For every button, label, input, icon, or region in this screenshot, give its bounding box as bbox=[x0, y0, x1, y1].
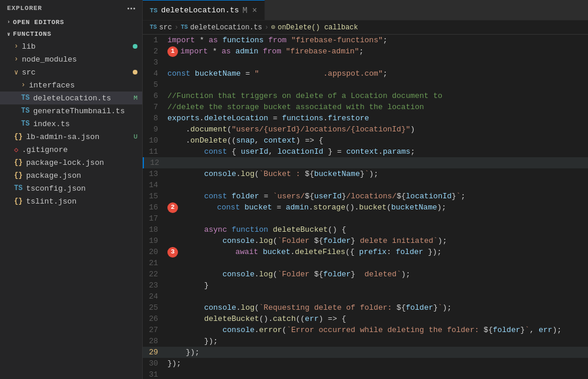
line-number: 12 bbox=[144, 157, 169, 168]
functions-label: Functions bbox=[13, 31, 51, 38]
sidebar-item-lib[interactable]: › lib bbox=[0, 40, 142, 53]
line-number: 9 bbox=[143, 124, 167, 135]
line-number: 28 bbox=[143, 336, 167, 347]
line-content: import * as functions from "firebase-fun… bbox=[167, 35, 588, 46]
sidebar-item-package-lock[interactable]: {} package-lock.json bbox=[0, 156, 142, 169]
sidebar-item-lb-admin[interactable]: {} lb-admin-sa.json U bbox=[0, 130, 142, 143]
sidebar-item-interfaces[interactable]: › interfaces bbox=[0, 79, 142, 92]
line-number: 19 bbox=[143, 235, 167, 246]
sidebar-item-label: .gitignore bbox=[22, 145, 68, 154]
open-editors-section[interactable]: › Open Editors bbox=[0, 16, 142, 28]
ts-file-icon: TS bbox=[14, 184, 22, 192]
line-number: 22 bbox=[143, 269, 167, 280]
sidebar-menu-button[interactable] bbox=[127, 8, 135, 9]
line-number: 1 bbox=[143, 35, 167, 46]
line-number: 6 bbox=[143, 90, 167, 101]
code-line-31: 31 bbox=[143, 369, 588, 379]
line-content: deleteBucket().catch((err) => { bbox=[167, 313, 588, 324]
code-line-15: 15 const folder = `users/${userId}/locat… bbox=[143, 191, 588, 202]
sidebar-item-label: lib bbox=[22, 42, 35, 51]
line-content: }); bbox=[167, 358, 588, 369]
code-line-30: 30 }); bbox=[143, 358, 588, 369]
line-number: 13 bbox=[143, 168, 167, 180]
code-line-26: 26 deleteBucket().catch((err) => { bbox=[143, 313, 588, 324]
sidebar-item-label: src bbox=[22, 68, 35, 77]
code-line-11: 11 const { userId, locationId } = contex… bbox=[143, 146, 588, 157]
line-number: 10 bbox=[143, 135, 167, 146]
json-file-icon: {} bbox=[14, 197, 22, 205]
sidebar-item-src[interactable]: ∨ src bbox=[0, 66, 142, 79]
line-content: const folder = `users/${userId}/location… bbox=[167, 191, 588, 202]
chevron-down-icon: ∨ bbox=[14, 68, 18, 77]
code-line-8: 8 exports.deleteLocation = functions.fir… bbox=[143, 113, 588, 124]
untracked-badge: U bbox=[133, 133, 137, 140]
function-icon: ⊙ bbox=[271, 23, 275, 32]
line-number: 17 bbox=[143, 213, 167, 224]
ts-file-icon: TS bbox=[21, 107, 29, 115]
code-line-13: 13 console.log(`Bucket : ${bucketName}`)… bbox=[143, 168, 588, 180]
code-line-20: 20 3 await bucket.deleteFiles({ prefix: … bbox=[143, 246, 588, 258]
sidebar-item-node-modules[interactable]: › node_modules bbox=[0, 53, 142, 66]
breadcrumb-ts-icon: TS bbox=[150, 24, 157, 31]
line-number: 20 bbox=[143, 246, 167, 258]
tab-delete-location[interactable]: TS deleteLocation.ts M × bbox=[143, 0, 265, 20]
sidebar-item-tslint[interactable]: {} tslint.json bbox=[0, 195, 142, 208]
sidebar-item-tsconfig[interactable]: TS tsconfig.json bbox=[0, 182, 142, 195]
line-number: 3 bbox=[143, 57, 167, 68]
line-content: //delete the storage bucket associated w… bbox=[167, 101, 588, 113]
sidebar-item-gitignore[interactable]: ◇ .gitignore bbox=[0, 143, 142, 156]
sidebar-item-label: tslint.json bbox=[26, 197, 76, 206]
sidebar-item-generate-thumbnail[interactable]: TS generateThumbnail.ts bbox=[0, 104, 142, 117]
line-number: 23 bbox=[143, 280, 167, 291]
tab-close-button[interactable]: × bbox=[252, 6, 257, 15]
ts-file-icon: TS bbox=[21, 94, 29, 102]
breadcrumb-sep: › bbox=[264, 23, 268, 32]
line-number: 30 bbox=[143, 358, 167, 369]
line-number: 21 bbox=[143, 258, 167, 269]
code-editor[interactable]: 1 import * as functions from "firebase-f… bbox=[143, 35, 588, 379]
code-line-28: 28 }); bbox=[143, 336, 588, 347]
sidebar-item-label: lb-admin-sa.json bbox=[26, 133, 99, 141]
line-number: 18 bbox=[143, 224, 167, 235]
sidebar-item-index[interactable]: TS index.ts bbox=[0, 117, 142, 130]
code-line-19: 19 console.log(`Folder ${folder} delete … bbox=[143, 235, 588, 246]
modified-badge: M bbox=[133, 94, 137, 101]
sidebar-item-package[interactable]: {} package.json bbox=[0, 169, 142, 182]
status-dot-yellow bbox=[133, 70, 137, 75]
code-line-21: 21 bbox=[143, 258, 588, 269]
code-line-9: 9 .document("users/{userId}/locations/{l… bbox=[143, 124, 588, 135]
line-number: 29 bbox=[143, 347, 167, 358]
code-line-1: 1 import * as functions from "firebase-f… bbox=[143, 35, 588, 46]
code-line-16: 16 2 const bucket = admin.storage().buck… bbox=[143, 202, 588, 213]
line-number: 8 bbox=[143, 113, 167, 124]
code-line-27: 27 console.error(`Error occurred while d… bbox=[143, 324, 588, 336]
sidebar-item-label: tsconfig.json bbox=[26, 184, 85, 193]
chevron-right-icon: › bbox=[21, 81, 25, 89]
line-number: 2 bbox=[143, 46, 167, 57]
line-content: 2 const bucket = admin.storage().bucket(… bbox=[167, 202, 588, 213]
code-line-23: 23 } bbox=[143, 280, 588, 291]
code-line-5: 5 bbox=[143, 79, 588, 90]
json-file-icon: {} bbox=[14, 133, 22, 141]
code-line-2: 2 1import * as admin from "firebase-admi… bbox=[143, 46, 588, 57]
line-number: 11 bbox=[143, 146, 167, 157]
line-content: 3 await bucket.deleteFiles({ prefix: fol… bbox=[167, 246, 588, 258]
line-number: 7 bbox=[143, 101, 167, 113]
main-editor: TS deleteLocation.ts M × TS src › TS del… bbox=[143, 0, 588, 379]
ts-file-icon: TS bbox=[21, 120, 29, 128]
functions-section[interactable]: ∨ Functions bbox=[0, 28, 142, 40]
line-content: //Function that triggers on delete of a … bbox=[167, 90, 588, 101]
line-content: const { userId, locationId } = context.p… bbox=[167, 146, 588, 157]
json-file-icon: {} bbox=[14, 171, 22, 180]
breadcrumb-callback[interactable]: onDelete() callback bbox=[278, 23, 358, 32]
status-dot-green bbox=[133, 44, 137, 49]
sidebar-item-label: deleteLocation.ts bbox=[33, 94, 111, 103]
breadcrumb-src[interactable]: src bbox=[159, 23, 172, 32]
tab-bar: TS deleteLocation.ts M × bbox=[143, 0, 588, 21]
code-line-7: 7 //delete the storage bucket associated… bbox=[143, 101, 588, 113]
breadcrumb-file[interactable]: deleteLocation.ts bbox=[190, 23, 262, 32]
line-number: 24 bbox=[143, 291, 167, 302]
line-number: 15 bbox=[143, 191, 167, 202]
sidebar-item-delete-location[interactable]: TS deleteLocation.ts M bbox=[0, 92, 142, 104]
line-number: 14 bbox=[143, 180, 167, 191]
